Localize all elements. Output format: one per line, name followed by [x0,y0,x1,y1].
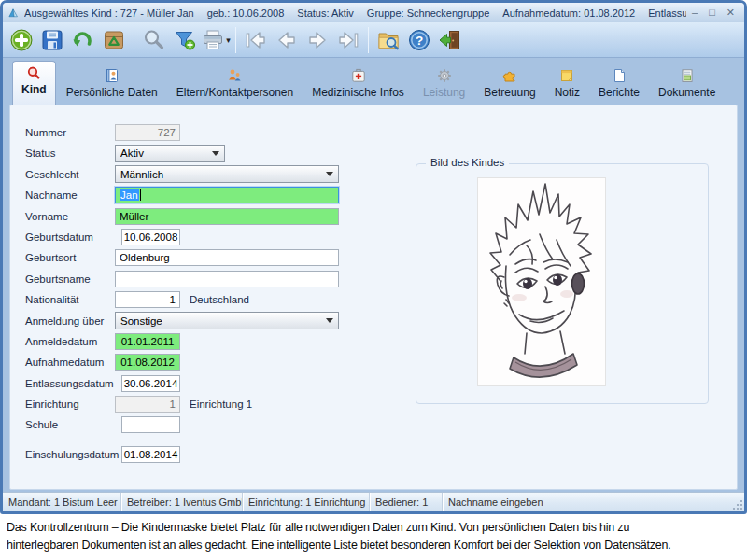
tab-label: Notiz [555,86,580,99]
einschulungsdatum-label: Einschulungsdatum [25,449,115,460]
new-button[interactable] [7,25,36,55]
aufnahmedatum-label: Aufnahmedatum [25,357,115,368]
tab-kind[interactable]: Kind [12,61,56,105]
geburtsname-field[interactable] [115,271,339,287]
einrichtung-label: Einrichtung [25,399,115,410]
print-button[interactable]: ▾ [201,25,231,55]
einschulungsdatum-field[interactable]: 01.08.2014 [121,446,180,463]
save-button[interactable] [37,25,67,55]
tab-label: Persönliche Daten [66,86,158,99]
tab-betreuung[interactable]: Betreuung [475,64,543,105]
first-aid-icon [351,68,366,83]
resize-grip[interactable] [733,500,742,510]
tab-persönliche-daten[interactable]: Persönliche Daten [58,64,166,105]
child-photo-drawing [478,178,605,385]
undo-button[interactable] [68,25,98,55]
nachname-selected-text: Jan [120,189,139,201]
person-card-icon [105,68,120,83]
text-caret [140,189,141,201]
nummer-label: Nummer [25,127,115,138]
help-button[interactable]: ? [404,25,434,55]
child-search-icon [26,65,41,80]
aufnahmedatum-field[interactable]: 01.08.2012 [115,354,180,371]
status-dropdown[interactable]: Aktiv [115,145,225,162]
form-row-nummer: Nummer727 [25,124,399,141]
nachname-field[interactable]: Jan [115,187,339,203]
statusbar-item: Mandant: 1 Bistum Leer [3,493,121,511]
gear-icon [437,68,452,83]
nummer-field[interactable]: 727 [115,124,180,141]
statusbar-item: Bediener: 1 [370,493,443,511]
einrichtung-field[interactable]: 1 [115,396,180,413]
search-button[interactable] [139,25,169,55]
title-segment: geb.: 10.06.2008 [207,7,285,19]
anmeldung-ueber-value: Sonstige [120,315,162,327]
print-dropdown-caret[interactable]: ▾ [226,35,231,45]
form-row-vorname: VornameMüller [25,208,399,225]
form-row-einrichtung: Einrichtung1Einrichtung 1 [25,396,399,413]
app-logo-icon [7,7,19,20]
toolbar-separator [368,27,369,53]
close-button[interactable]: ✕ [726,7,735,18]
last-record-button[interactable] [333,25,363,55]
toolbar: ▾? [3,22,744,58]
geburtsname-label: Geburtsname [25,273,115,285]
find-records-button[interactable] [374,25,403,55]
next-record-button[interactable] [303,25,332,55]
tab-eltern-kontaktpersonen[interactable]: Eltern/Kontaktpersonen [168,64,302,105]
svg-text:?: ? [416,33,423,47]
new-icon [9,28,34,52]
nationalitaet-field[interactable]: 1 [115,291,180,308]
maximize-button[interactable]: □ [709,7,715,18]
recycle-icon [102,28,126,52]
caption-text: Das Kontrollzentrum – Die Kindermaske bi… [7,519,683,554]
schule-field[interactable] [121,416,180,433]
form-row-geburtsort: GeburtsortOldenburg [25,249,399,266]
nationalitaet-suffix-label: Deutschland [190,294,249,305]
tab-label: Kind [21,83,47,96]
title-segment: Aufnahmedatum: 01.08.2012 [502,7,635,19]
previous-record-button[interactable] [272,25,302,55]
vorname-field[interactable]: Müller [115,208,339,225]
anmeldedatum-label: Anmeldedatum [25,336,115,347]
picture-groupbox-title: Bild des Kindes [426,157,509,168]
entlassungsdatum-field[interactable]: 30.06.2014 [121,375,180,392]
folder-search-icon [376,28,401,52]
main-area: KindPersönliche DatenEltern/Kontaktperso… [3,58,744,492]
geburtsdatum-label: Geburtsdatum [25,231,115,243]
vorname-label: Vorname [25,211,115,222]
child-photo[interactable] [478,178,605,385]
printer-icon [201,28,225,52]
anmeldung-ueber-dropdown[interactable]: Sonstige [115,312,339,329]
tab-leistung[interactable]: Leistung [415,64,473,105]
form-row-einschulungsdatum: Einschulungsdatum01.08.2014 [25,446,399,463]
form-row-geburtsname: Geburtsname [25,271,399,287]
geburtsort-field[interactable]: Oldenburg [115,249,339,266]
puzzle-icon [502,68,517,83]
anmeldedatum-field[interactable]: 01.01.2011 [115,333,180,350]
arrow-first-icon [244,28,268,52]
exit-button[interactable] [435,25,465,55]
child-form: Nummer727StatusAktivGeschlechtMännlichNa… [25,124,399,468]
tab-dokumente[interactable]: Dokumente [650,64,724,105]
minimize-button[interactable]: – [692,7,698,18]
form-row-entlassungsdatum: Entlassungsdatum30.06.2014 [25,375,399,392]
tab-notiz[interactable]: Notiz [546,64,588,105]
geburtsdatum-field[interactable]: 10.06.2008 [121,229,180,245]
delete-button[interactable] [99,25,129,55]
first-record-button[interactable] [241,25,271,55]
window-title: Ausgewähltes Kind : 727 - Müller Jangeb.… [24,7,686,19]
filter-button[interactable] [170,25,200,55]
tab-page-kind: Nummer727StatusAktivGeschlechtMännlichNa… [9,105,738,490]
statusbar-item: Einrichtung: 1 Einrichtung 1 [243,493,370,511]
toolbar-separator [134,27,134,53]
tab-label: Leistung [423,86,465,99]
geschlecht-dropdown[interactable]: Männlich [115,165,339,183]
anmeldung-ueber-label: Anmeldung über [25,315,115,327]
tab-berichte[interactable]: Berichte [590,64,648,105]
form-row-nationalitaet: Nationalität1Deutschland [25,291,399,308]
chevron-down-icon [326,318,333,323]
tab-medizinische-infos[interactable]: Medizinische Infos [303,64,413,105]
einrichtung-suffix-label: Einrichtung 1 [190,399,252,410]
geburtsort-label: Geburtsort [25,252,115,263]
